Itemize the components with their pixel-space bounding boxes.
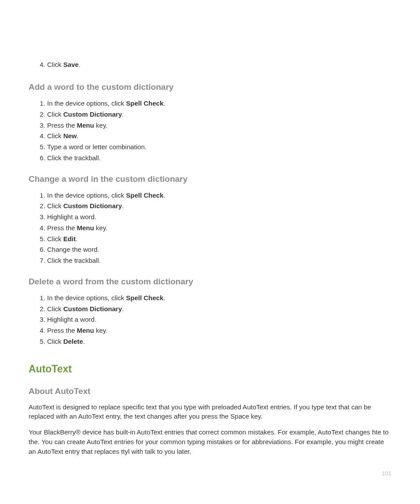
step-item: In the device options, click Spell Check…	[47, 98, 391, 109]
bold-term: Menu	[77, 327, 94, 334]
autotext-paragraph-2: Your BlackBerry® device has built-in Aut…	[29, 427, 391, 456]
step-item: Click Save.	[47, 59, 391, 70]
step-item: In the device options, click Spell Check…	[47, 293, 391, 304]
step-item: Highlight a word.	[47, 212, 391, 223]
step-item: Highlight a word.	[47, 314, 391, 325]
bold-term: Custom Dictionary	[63, 202, 122, 210]
step-item: In the device options, click Spell Check…	[47, 190, 391, 201]
step-list: In the device options, click Spell Check…	[47, 98, 391, 164]
bold-term: New	[63, 132, 77, 140]
autotext-paragraph-1: AutoText is designed to replace specific…	[29, 402, 391, 422]
step-item: Press the Menu key.	[47, 223, 391, 234]
orphan-step-list: Click Save.	[47, 59, 391, 70]
section-heading: Change a word in the custom dictionary	[29, 174, 391, 184]
bold-term: Delete	[63, 338, 83, 345]
step-item: Type a word or letter combination.	[47, 142, 391, 153]
autotext-subheading: About AutoText	[29, 386, 391, 396]
step-list: In the device options, click Spell Check…	[47, 190, 391, 266]
section-heading: Delete a word from the custom dictionary	[29, 277, 391, 287]
section-heading: Add a word to the custom dictionary	[29, 82, 391, 92]
step-item: Click Custom Dictionary.	[47, 109, 391, 120]
step-item: Click Delete.	[47, 336, 391, 347]
bold-term: Custom Dictionary	[63, 110, 122, 118]
autotext-title: AutoText	[29, 363, 391, 375]
step-item: Click the trackball.	[47, 153, 391, 164]
bold-term: Save	[63, 61, 79, 68]
step-item: Click New.	[47, 131, 391, 142]
step-item: Change the word.	[47, 244, 391, 255]
page-number: 101	[382, 470, 391, 477]
step-list: In the device options, click Spell Check…	[47, 293, 391, 347]
step-item: Click Custom Dictionary.	[47, 304, 391, 315]
bold-term: Edit	[63, 235, 76, 243]
bold-term: Spell Check	[126, 191, 163, 199]
bold-term: Custom Dictionary	[63, 305, 122, 313]
bold-term: Menu	[77, 224, 94, 232]
step-item: Click Custom Dictionary.	[47, 201, 391, 212]
sections-container: Add a word to the custom dictionaryIn th…	[29, 82, 391, 347]
bold-term: Spell Check	[126, 294, 163, 302]
step-item: Press the Menu key.	[47, 325, 391, 336]
bold-term: Menu	[77, 121, 94, 129]
step-item: Click the trackball.	[47, 255, 391, 266]
step-item: Press the Menu key.	[47, 120, 391, 131]
step-item: Click Edit.	[47, 234, 391, 245]
bold-term: Spell Check	[126, 99, 163, 107]
